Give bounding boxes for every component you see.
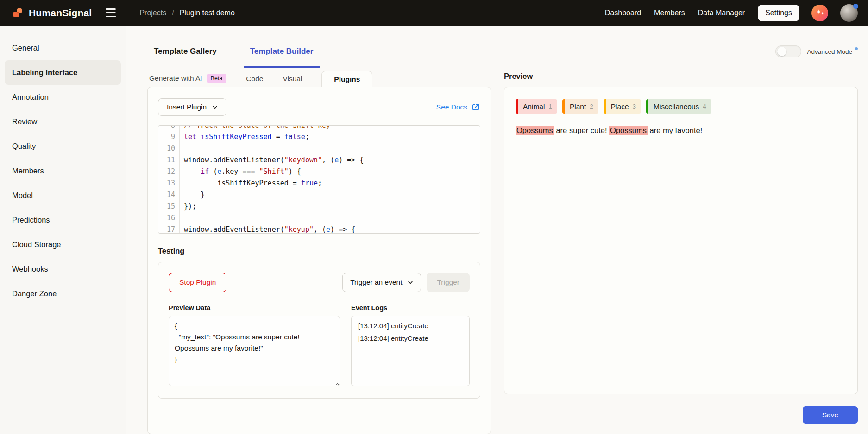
trigger-event-select[interactable]: Trigger an event [342, 273, 421, 292]
label-chip-place[interactable]: Place3 [604, 99, 641, 114]
tab-template-gallery[interactable]: Template Gallery [147, 47, 223, 68]
content-area: Generate with AIBetaCodeVisualPlugins In… [126, 67, 868, 434]
sidebar-item-general[interactable]: General [0, 36, 126, 60]
sidebar-item-annotation[interactable]: Annotation [0, 85, 126, 109]
code-line [184, 143, 480, 154]
stop-plugin-button[interactable]: Stop Plugin [169, 273, 226, 292]
highlighted-entity[interactable]: Opossums [516, 126, 554, 135]
nav-dashboard[interactable]: Dashboard [605, 9, 641, 17]
event-log-entry: [13:12:04] entityCreate [358, 333, 463, 344]
trigger-group: Trigger an event Trigger [342, 273, 470, 292]
line-number: 15 [158, 201, 175, 212]
line-number: 12 [158, 166, 175, 178]
testing-panel: Stop Plugin Trigger an event Trigger [158, 262, 480, 399]
see-docs-label: See Docs [436, 103, 467, 111]
topbar-divider [127, 0, 127, 26]
code-line: }); [184, 201, 480, 212]
plugins-panel: Insert Plugin See Docs [147, 87, 491, 434]
event-logs-list[interactable]: [13:12:04] entityCreate[13:12:04] entity… [351, 316, 470, 386]
page-tabs: Template GalleryTemplate Builder [147, 47, 320, 67]
preview-heading: Preview [504, 71, 858, 87]
tab-template-builder[interactable]: Template Builder [244, 47, 320, 68]
line-number: 9 [158, 131, 175, 143]
line-number: 13 [158, 178, 175, 189]
advanced-mode-label: Advanced Mode [807, 48, 852, 55]
builder-tab-code[interactable]: Code [246, 71, 263, 87]
breadcrumb-separator: / [172, 9, 174, 17]
sidebar-item-webhooks[interactable]: Webhooks [0, 257, 126, 281]
code-line: isShiftKeyPressed = true; [184, 178, 480, 189]
save-row: Save [504, 406, 858, 424]
sidebar-item-cloud-storage[interactable]: Cloud Storage [0, 232, 126, 257]
builder-tab-plugins[interactable]: Plugins [321, 71, 372, 87]
external-link-icon [471, 102, 480, 112]
insert-plugin-button[interactable]: Insert Plugin [158, 98, 226, 116]
builder-tab-label: Generate with AI [149, 74, 202, 83]
annotated-text: Opossums are super cute! Opossums are my… [516, 125, 846, 136]
nav-data-manager[interactable]: Data Manager [698, 9, 745, 17]
sidebar-item-model[interactable]: Model [0, 183, 126, 208]
label-chip-miscellaneous[interactable]: Miscellaneous4 [646, 99, 711, 114]
code-line: } [184, 189, 480, 201]
plugin-code-editor[interactable]: 891011121314151617 // Track the state of… [158, 125, 480, 234]
breadcrumb-current-page: Plugin test demo [180, 9, 235, 17]
see-docs-link[interactable]: See Docs [436, 102, 480, 112]
builder-tab-label: Plugins [334, 75, 360, 83]
advanced-mode-toggle[interactable] [775, 45, 801, 57]
highlighted-entity[interactable]: Opossums [609, 126, 648, 135]
line-number: 14 [158, 189, 175, 201]
line-number: 11 [158, 154, 175, 166]
builder-tabs: Generate with AIBetaCodeVisualPlugins [147, 71, 491, 87]
label-chip-animal[interactable]: Animal1 [516, 99, 557, 114]
toggle-knob [777, 47, 786, 56]
advanced-mode-control: Advanced Mode [775, 45, 858, 57]
preview-column: Preview Animal1Plant2Place3Miscellaneous… [504, 71, 858, 434]
event-logs-panel: Event Logs [13:12:04] entityCreate[13:12… [351, 304, 470, 388]
save-button[interactable]: Save [803, 406, 858, 424]
builder-tab-generate-with-ai[interactable]: Generate with AIBeta [149, 70, 226, 87]
chip-label: Miscellaneous [648, 102, 701, 111]
nav-members[interactable]: Members [654, 9, 685, 17]
chip-label: Animal [518, 102, 547, 111]
sidebar-item-review[interactable]: Review [0, 109, 126, 134]
trigger-button[interactable]: Trigger [427, 273, 470, 292]
builder-tab-label: Code [246, 75, 263, 83]
humansignal-logo-icon[interactable] [12, 7, 24, 19]
preview-panel: Animal1Plant2Place3Miscellaneous4 Opossu… [504, 87, 858, 394]
builder-column: Generate with AIBetaCodeVisualPlugins In… [147, 71, 491, 434]
ai-sparkle-button[interactable]: ✦ ✦ [811, 5, 828, 21]
sidebar-item-danger-zone[interactable]: Danger Zone [0, 281, 126, 306]
preview-data-panel: Preview Data [169, 304, 340, 388]
sidebar-item-labeling-interface[interactable]: Labeling Interface [5, 60, 121, 85]
advanced-mode-info-dot [855, 47, 858, 50]
editor-line-numbers: 891011121314151617 [158, 125, 180, 234]
label-chips: Animal1Plant2Place3Miscellaneous4 [516, 99, 846, 114]
user-avatar[interactable] [840, 4, 858, 22]
sidebar-item-members[interactable]: Members [0, 159, 126, 183]
testing-controls: Stop Plugin Trigger an event Trigger [169, 273, 470, 292]
chip-label: Plant [565, 102, 588, 111]
testing-heading: Testing [158, 247, 480, 255]
breadcrumb: Projects / Plugin test demo [139, 9, 234, 17]
settings-sidebar: GeneralLabeling InterfaceAnnotationRevie… [0, 26, 126, 434]
label-chip-plant[interactable]: Plant2 [562, 99, 598, 114]
breadcrumb-projects-link[interactable]: Projects [139, 9, 166, 17]
page-tabs-row: Template GalleryTemplate Builder Advance… [126, 26, 868, 67]
line-number: 10 [158, 143, 175, 154]
plain-text: are my favorite! [648, 126, 702, 134]
chip-hotkey: 2 [588, 103, 598, 110]
line-number: 8 [158, 125, 175, 131]
builder-tab-visual[interactable]: Visual [283, 71, 302, 87]
nav-settings[interactable]: Settings [758, 5, 799, 21]
hamburger-menu-icon[interactable] [105, 6, 117, 19]
code-line: window.addEventListener("keyup", (e) => … [184, 224, 480, 234]
sidebar-item-quality[interactable]: Quality [0, 134, 126, 159]
sparkle-small-icon: ✦ [821, 11, 824, 16]
chip-hotkey: 1 [547, 103, 557, 110]
preview-data-label: Preview Data [169, 304, 340, 312]
sidebar-item-predictions[interactable]: Predictions [0, 208, 126, 232]
main-area: Template GalleryTemplate Builder Advance… [126, 26, 868, 434]
preview-data-textarea[interactable] [169, 316, 340, 386]
beta-badge: Beta [207, 74, 227, 83]
code-line: window.addEventListener("keydown", (e) =… [184, 154, 480, 166]
